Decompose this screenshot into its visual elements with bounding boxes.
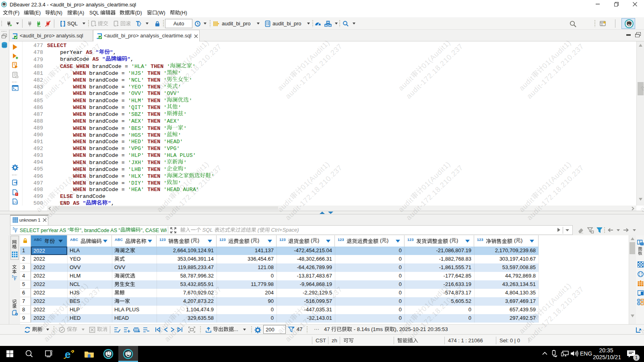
svg-text:T: T [14, 276, 17, 280]
svg-text:T: T [15, 228, 18, 232]
svg-text:(x): (x) [13, 201, 19, 204]
